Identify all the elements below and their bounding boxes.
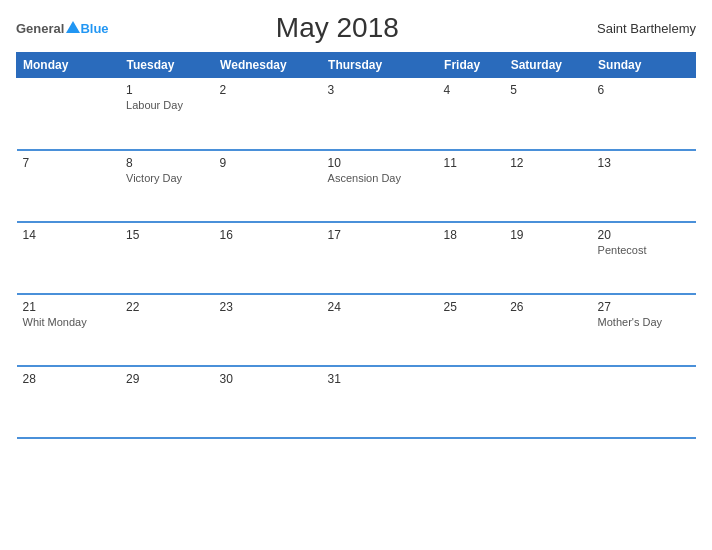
logo-triangle-icon bbox=[66, 21, 80, 33]
calendar-cell: 17 bbox=[322, 222, 438, 294]
col-wednesday: Wednesday bbox=[214, 53, 322, 78]
day-number: 18 bbox=[444, 228, 499, 242]
day-number: 3 bbox=[328, 83, 432, 97]
calendar-cell: 19 bbox=[504, 222, 591, 294]
day-number: 29 bbox=[126, 372, 208, 386]
logo-general-text: General bbox=[16, 21, 64, 36]
holiday-name: Mother's Day bbox=[598, 316, 690, 328]
week-row-4: 21Whit Monday222324252627Mother's Day bbox=[17, 294, 696, 366]
calendar-cell: 16 bbox=[214, 222, 322, 294]
calendar-cell: 1Labour Day bbox=[120, 78, 214, 150]
day-number: 10 bbox=[328, 156, 432, 170]
calendar-cell: 22 bbox=[120, 294, 214, 366]
day-number: 24 bbox=[328, 300, 432, 314]
week-row-5: 28293031 bbox=[17, 366, 696, 438]
logo: General Blue bbox=[16, 19, 109, 37]
week-row-1: 1Labour Day23456 bbox=[17, 78, 696, 150]
calendar-cell: 4 bbox=[438, 78, 505, 150]
day-number: 17 bbox=[328, 228, 432, 242]
col-saturday: Saturday bbox=[504, 53, 591, 78]
week-row-2: 78Victory Day910Ascension Day111213 bbox=[17, 150, 696, 222]
calendar-cell bbox=[504, 366, 591, 438]
day-number: 31 bbox=[328, 372, 432, 386]
calendar-cell bbox=[438, 366, 505, 438]
calendar-cell: 3 bbox=[322, 78, 438, 150]
calendar-cell: 26 bbox=[504, 294, 591, 366]
day-number: 11 bbox=[444, 156, 499, 170]
calendar-cell: 15 bbox=[120, 222, 214, 294]
day-number: 26 bbox=[510, 300, 585, 314]
day-number: 23 bbox=[220, 300, 316, 314]
calendar-cell: 21Whit Monday bbox=[17, 294, 121, 366]
day-number: 8 bbox=[126, 156, 208, 170]
day-number: 22 bbox=[126, 300, 208, 314]
calendar-title: May 2018 bbox=[109, 12, 566, 44]
day-number: 5 bbox=[510, 83, 585, 97]
day-number: 14 bbox=[23, 228, 115, 242]
holiday-name: Labour Day bbox=[126, 99, 208, 111]
calendar-cell: 10Ascension Day bbox=[322, 150, 438, 222]
calendar-cell: 2 bbox=[214, 78, 322, 150]
day-number: 21 bbox=[23, 300, 115, 314]
week-row-3: 14151617181920Pentecost bbox=[17, 222, 696, 294]
calendar-cell: 12 bbox=[504, 150, 591, 222]
calendar-table: Monday Tuesday Wednesday Thursday Friday… bbox=[16, 52, 696, 439]
day-number: 16 bbox=[220, 228, 316, 242]
region-label: Saint Barthelemy bbox=[566, 21, 696, 36]
calendar-cell: 9 bbox=[214, 150, 322, 222]
calendar-cell bbox=[592, 366, 696, 438]
calendar-cell: 18 bbox=[438, 222, 505, 294]
calendar-cell: 29 bbox=[120, 366, 214, 438]
calendar-cell: 6 bbox=[592, 78, 696, 150]
day-number: 19 bbox=[510, 228, 585, 242]
calendar-page: General Blue May 2018 Saint Barthelemy M… bbox=[0, 0, 712, 550]
header: General Blue May 2018 Saint Barthelemy bbox=[16, 12, 696, 44]
calendar-cell bbox=[17, 78, 121, 150]
holiday-name: Victory Day bbox=[126, 172, 208, 184]
day-number: 20 bbox=[598, 228, 690, 242]
calendar-cell: 20Pentecost bbox=[592, 222, 696, 294]
day-number: 1 bbox=[126, 83, 208, 97]
calendar-cell: 8Victory Day bbox=[120, 150, 214, 222]
holiday-name: Ascension Day bbox=[328, 172, 432, 184]
day-number: 27 bbox=[598, 300, 690, 314]
day-number: 12 bbox=[510, 156, 585, 170]
holiday-name: Whit Monday bbox=[23, 316, 115, 328]
logo-blue-text: Blue bbox=[80, 21, 108, 36]
day-number: 7 bbox=[23, 156, 115, 170]
calendar-cell: 30 bbox=[214, 366, 322, 438]
day-number: 30 bbox=[220, 372, 316, 386]
col-tuesday: Tuesday bbox=[120, 53, 214, 78]
day-number: 6 bbox=[598, 83, 690, 97]
day-number: 9 bbox=[220, 156, 316, 170]
calendar-cell: 5 bbox=[504, 78, 591, 150]
calendar-cell: 23 bbox=[214, 294, 322, 366]
calendar-cell: 31 bbox=[322, 366, 438, 438]
calendar-cell: 28 bbox=[17, 366, 121, 438]
day-number: 28 bbox=[23, 372, 115, 386]
calendar-cell: 25 bbox=[438, 294, 505, 366]
col-thursday: Thursday bbox=[322, 53, 438, 78]
day-number: 13 bbox=[598, 156, 690, 170]
day-number: 4 bbox=[444, 83, 499, 97]
calendar-cell: 24 bbox=[322, 294, 438, 366]
day-number: 15 bbox=[126, 228, 208, 242]
header-row: Monday Tuesday Wednesday Thursday Friday… bbox=[17, 53, 696, 78]
col-sunday: Sunday bbox=[592, 53, 696, 78]
holiday-name: Pentecost bbox=[598, 244, 690, 256]
day-number: 2 bbox=[220, 83, 316, 97]
calendar-cell: 13 bbox=[592, 150, 696, 222]
calendar-cell: 27Mother's Day bbox=[592, 294, 696, 366]
calendar-cell: 7 bbox=[17, 150, 121, 222]
calendar-cell: 11 bbox=[438, 150, 505, 222]
col-monday: Monday bbox=[17, 53, 121, 78]
day-number: 25 bbox=[444, 300, 499, 314]
calendar-cell: 14 bbox=[17, 222, 121, 294]
col-friday: Friday bbox=[438, 53, 505, 78]
